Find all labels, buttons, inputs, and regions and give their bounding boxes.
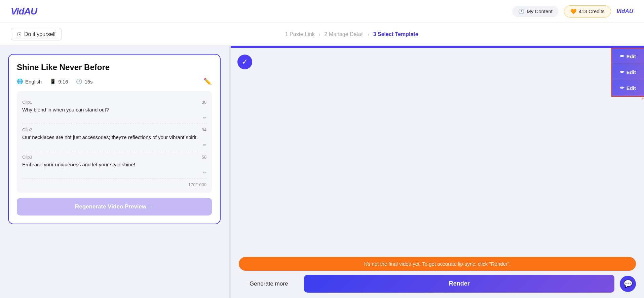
edit-icon-3: ✏ xyxy=(620,85,624,91)
chat-icon: 💬 xyxy=(623,279,633,288)
clips-container: Clip1 36 Why blend in when you can stand… xyxy=(17,91,212,193)
language-meta: 🌐 English xyxy=(17,78,42,85)
vidau-nav-link[interactable]: VidAU xyxy=(616,8,633,15)
red-arrow-icon: ↓ xyxy=(641,93,644,101)
breadcrumb: 1 Paste Link › 2 Manage Detail › 3 Selec… xyxy=(285,31,418,37)
clip3-header: Clip3 50 xyxy=(22,155,206,160)
card-meta: 🌐 English 📱 9:16 🕐 15s ✏️ xyxy=(17,77,212,86)
edit-buttons-column: ✏ Edit ✏ Edit ✏ Edit ↓ xyxy=(611,48,644,97)
credits-button[interactable]: 🧡 413 Credits xyxy=(564,5,611,18)
word-count: 170/1000 xyxy=(22,182,206,187)
clip3-text: Embrace your uniqueness and let your sty… xyxy=(22,161,206,169)
my-content-button[interactable]: 🕐 My Content xyxy=(512,6,559,17)
edit-button-3[interactable]: ✏ Edit xyxy=(612,80,644,96)
breadcrumb-arrow2: › xyxy=(368,32,369,37)
clip1-count: 36 xyxy=(202,100,206,105)
heart-icon: 🧡 xyxy=(570,8,577,14)
regenerate-button[interactable]: Regenerate Video Preview → xyxy=(17,198,212,216)
clip1-text: Why blend in when you can stand out? xyxy=(22,106,206,114)
card-edit-icon[interactable]: ✏️ xyxy=(203,77,212,86)
generate-more-button[interactable]: Generate more xyxy=(239,276,299,292)
clock-icon: 🕐 xyxy=(518,8,525,14)
duration-meta: 🕐 15s xyxy=(76,78,92,85)
checkmark-icon: ✓ xyxy=(242,58,248,66)
card-title: Shine Like Never Before xyxy=(17,63,212,72)
diy-button[interactable]: ⊡ Do it yourself xyxy=(11,28,62,40)
clip1-label: Clip1 xyxy=(22,100,32,105)
left-panel: Shine Like Never Before 🌐 English 📱 9:16… xyxy=(0,46,229,298)
clip2-text: Our necklaces are not just accessories; … xyxy=(22,134,206,141)
clock-meta-icon: 🕐 xyxy=(76,78,82,85)
check-circle: ✓ xyxy=(237,55,252,69)
breadcrumb-step1: 1 Paste Link xyxy=(285,31,315,37)
clip2-count: 84 xyxy=(202,127,206,132)
clip1-edit-icon[interactable]: ✏ xyxy=(22,115,206,120)
clip3-count: 50 xyxy=(202,155,206,160)
edit-square-icon: ⊡ xyxy=(17,31,22,37)
breadcrumb-step3: 3 Select Template xyxy=(373,31,418,37)
header-actions: 🕐 My Content 🧡 413 Credits VidAU xyxy=(512,5,633,18)
main-content: Shine Like Never Before 🌐 English 📱 9:16… xyxy=(0,46,644,298)
right-panel: ✓ ✏ Edit ✏ Edit ✏ Edit ↓ It xyxy=(231,46,644,298)
clip2-label: Clip2 xyxy=(22,127,32,132)
top-bar: ⊡ Do it yourself 1 Paste Link › 2 Manage… xyxy=(0,23,644,46)
edit-icon-1: ✏ xyxy=(620,53,624,59)
clip3-label: Clip3 xyxy=(22,155,32,160)
header: VidAU 🕐 My Content 🧡 413 Credits VidAU xyxy=(0,0,644,23)
right-content-area: ✓ ✏ Edit ✏ Edit ✏ Edit ↓ xyxy=(231,48,644,252)
render-button[interactable]: Render xyxy=(304,275,614,293)
clip-item: Clip3 50 Embrace your uniqueness and let… xyxy=(22,151,206,179)
clip1-header: Clip1 36 xyxy=(22,100,206,105)
clip2-edit-icon[interactable]: ✏ xyxy=(22,142,206,147)
phone-icon: 📱 xyxy=(50,78,56,85)
edit-icon-2: ✏ xyxy=(620,69,624,75)
chat-button[interactable]: 💬 xyxy=(620,276,636,292)
edit-button-1[interactable]: ✏ Edit xyxy=(612,48,644,64)
clip2-header: Clip2 84 xyxy=(22,127,206,132)
clip-item: Clip2 84 Our necklaces are not just acce… xyxy=(22,124,206,152)
breadcrumb-arrow1: › xyxy=(319,32,320,37)
breadcrumb-step2: 2 Manage Detail xyxy=(324,31,364,37)
clip-item: Clip1 36 Why blend in when you can stand… xyxy=(22,96,206,124)
notice-banner: It's not the final video yet, To get acc… xyxy=(239,257,636,271)
video-card: Shine Like Never Before 🌐 English 📱 9:16… xyxy=(8,54,221,224)
logo: VidAU xyxy=(11,6,37,17)
globe-icon: 🌐 xyxy=(17,78,23,85)
clip3-edit-icon[interactable]: ✏ xyxy=(22,170,206,175)
bottom-actions: Generate more Render 💬 xyxy=(239,275,636,293)
ratio-meta: 📱 9:16 xyxy=(50,78,68,85)
bottom-bar: It's not the final video yet, To get acc… xyxy=(231,252,644,298)
edit-button-2[interactable]: ✏ Edit xyxy=(612,64,644,80)
